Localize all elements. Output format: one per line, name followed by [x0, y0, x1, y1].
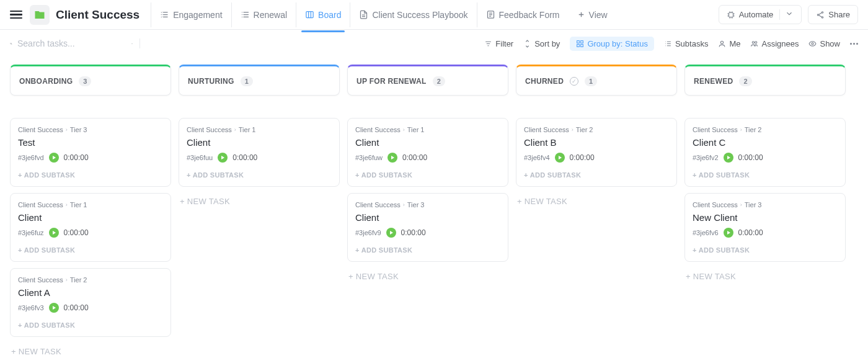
task-meta: #3je6fv90:00:00 — [355, 228, 500, 238]
view-tab-engagement[interactable]: Engagement — [151, 2, 231, 27]
play-icon[interactable] — [388, 153, 397, 163]
search-dropdown-icon[interactable] — [131, 39, 133, 48]
column-title: RENEWED — [694, 77, 733, 86]
sort-button[interactable]: Sort by — [523, 39, 560, 48]
new-task-button[interactable]: + NEW TASK — [10, 343, 171, 360]
add-subtask-button[interactable]: + ADD SUBTASK — [693, 171, 838, 179]
add-subtask-button[interactable]: + ADD SUBTASK — [187, 171, 332, 179]
show-label: Show — [820, 39, 840, 48]
play-icon[interactable] — [218, 153, 228, 163]
task-id: #3je6fv2 — [693, 154, 719, 161]
task-timer: 0:00:00 — [738, 228, 763, 237]
column-count: 3 — [79, 76, 91, 86]
more-menu[interactable] — [850, 43, 858, 45]
column-title: UP FOR RENEWAL — [356, 77, 427, 86]
task-id: #3je6fv3 — [18, 304, 44, 311]
play-icon[interactable] — [49, 228, 59, 238]
new-task-button[interactable]: + NEW TASK — [179, 193, 340, 210]
page-title: Client Success — [56, 8, 140, 22]
assignees-button[interactable]: Assignees — [750, 39, 799, 48]
task-meta: #3je6fv20:00:00 — [693, 153, 838, 163]
add-view-button[interactable]: View — [569, 2, 616, 27]
task-card[interactable]: Client Success›Tier 2Client C#3je6fv20:0… — [684, 118, 846, 187]
add-subtask-button[interactable]: + ADD SUBTASK — [18, 321, 163, 329]
svg-point-13 — [812, 42, 813, 44]
task-timer: 0:00:00 — [570, 153, 595, 162]
new-task-button[interactable]: + NEW TASK — [347, 268, 508, 285]
task-meta: #3je6fuu0:00:00 — [187, 153, 332, 163]
task-title: Client — [355, 212, 500, 223]
add-subtask-button[interactable]: + ADD SUBTASK — [18, 246, 163, 254]
play-icon[interactable] — [49, 303, 59, 313]
task-timer: 0:00:00 — [401, 228, 426, 237]
play-icon[interactable] — [386, 228, 396, 238]
automate-button[interactable]: Automate — [719, 5, 802, 24]
show-button[interactable]: Show — [808, 39, 840, 48]
column-header[interactable]: NURTURING1 — [179, 65, 340, 96]
column-header[interactable]: ONBOARDING3 — [10, 65, 171, 96]
column-header[interactable]: CHURNED1 — [516, 65, 677, 96]
task-id: #3je6fv9 — [355, 229, 381, 236]
add-subtask-button[interactable]: + ADD SUBTASK — [355, 246, 500, 254]
play-icon[interactable] — [555, 153, 565, 163]
subtasks-button[interactable]: Subtasks — [664, 39, 708, 48]
task-card[interactable]: Client Success›Tier 3Client#3je6fv90:00:… — [347, 193, 508, 262]
me-button[interactable]: Me — [718, 39, 740, 48]
column-header[interactable]: UP FOR RENEWAL2 — [347, 65, 508, 96]
toolbar: Filter Sort by Group by: Status Subtasks… — [0, 30, 868, 57]
toolbar-right: Filter Sort by Group by: Status Subtasks… — [484, 37, 858, 51]
view-tab-board[interactable]: Board — [296, 2, 350, 27]
column-header[interactable]: RENEWED2 — [684, 65, 846, 96]
view-tab-feedback-form[interactable]: Feedback Form — [477, 2, 569, 27]
search-input[interactable] — [17, 38, 126, 48]
folder-icon[interactable] — [30, 5, 50, 25]
column-title: NURTURING — [188, 77, 234, 86]
column-renewed: RENEWED2Client Success›Tier 2Client C#3j… — [684, 65, 846, 285]
add-subtask-button[interactable]: + ADD SUBTASK — [355, 171, 500, 179]
play-icon[interactable] — [724, 153, 733, 163]
new-task-button[interactable]: + NEW TASK — [516, 193, 677, 210]
task-card[interactable]: Client Success›Tier 1Client#3je6fuu0:00:… — [179, 118, 340, 187]
task-card[interactable]: Client Success›Tier 2Client B#3je6fv40:0… — [516, 118, 677, 187]
add-subtask-button[interactable]: + ADD SUBTASK — [18, 171, 163, 179]
task-title: Client — [18, 212, 163, 223]
column-title: CHURNED — [525, 77, 564, 86]
task-breadcrumb: Client Success›Tier 1 — [18, 201, 163, 208]
filter-button[interactable]: Filter — [484, 39, 513, 48]
svg-rect-9 — [581, 44, 583, 47]
task-meta: #3je6fuw0:00:00 — [355, 153, 500, 163]
task-title: Client A — [18, 287, 163, 298]
view-tab-renewal[interactable]: Renewal — [231, 2, 296, 27]
play-icon[interactable] — [724, 228, 733, 238]
automate-chevron[interactable] — [779, 9, 794, 20]
svg-rect-7 — [581, 40, 583, 43]
view-tab-client-success-playbook[interactable]: Client Success Playbook — [350, 2, 476, 27]
svg-rect-0 — [306, 12, 313, 18]
add-subtask-button[interactable]: + ADD SUBTASK — [693, 246, 838, 254]
task-breadcrumb: Client Success›Tier 1 — [355, 126, 500, 133]
task-card[interactable]: Client Success›Tier 3Test#3je6fvd0:00:00… — [10, 118, 171, 187]
task-card[interactable]: Client Success›Tier 3New Client#3je6fv60… — [684, 193, 846, 262]
column-count: 1 — [585, 76, 597, 86]
play-icon[interactable] — [49, 153, 59, 163]
task-meta: #3je6fuz0:00:00 — [18, 228, 163, 238]
group-button[interactable]: Group by: Status — [570, 37, 654, 51]
add-subtask-button[interactable]: + ADD SUBTASK — [524, 171, 669, 179]
task-card[interactable]: Client Success›Tier 2Client A#3je6fv30:0… — [10, 268, 171, 337]
column-nurturing: NURTURING1Client Success›Tier 1Client#3j… — [179, 65, 340, 210]
column-onboarding: ONBOARDING3Client Success›Tier 3Test#3je… — [10, 65, 171, 360]
svg-rect-2 — [728, 12, 733, 17]
task-title: Client — [187, 137, 332, 148]
task-breadcrumb: Client Success›Tier 1 — [187, 126, 332, 133]
share-button[interactable]: Share — [808, 5, 858, 24]
new-task-button[interactable]: + NEW TASK — [684, 268, 846, 285]
column-count: 2 — [433, 76, 445, 86]
task-id: #3je6fuw — [355, 154, 383, 161]
task-card[interactable]: Client Success›Tier 1Client#3je6fuz0:00:… — [10, 193, 171, 262]
column-count: 2 — [739, 76, 751, 86]
task-id: #3je6fuz — [18, 229, 44, 236]
sidebar-toggle[interactable] — [10, 9, 22, 21]
task-id: #3je6fv6 — [693, 229, 719, 236]
task-card[interactable]: Client Success›Tier 1Client#3je6fuw0:00:… — [347, 118, 508, 187]
task-meta: #3je6fvd0:00:00 — [18, 153, 163, 163]
